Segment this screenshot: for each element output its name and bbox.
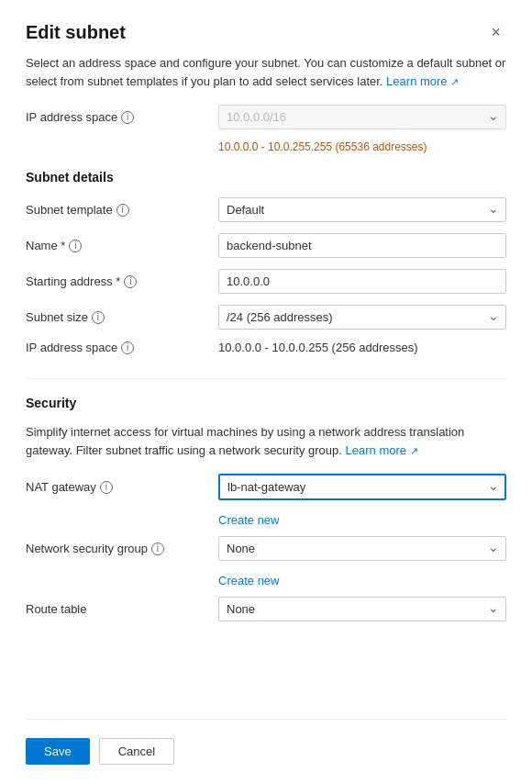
ip-address-space-result-label: IP address space i	[26, 341, 218, 354]
network-security-group-create-new-link[interactable]: Create new	[218, 574, 506, 587]
starting-address-input[interactable]	[218, 269, 506, 294]
route-table-select[interactable]: None	[218, 597, 506, 621]
route-table-select-wrapper: None	[218, 597, 506, 621]
nat-gateway-row: NAT gateway i lb-nat-gateway	[26, 474, 506, 500]
subnet-template-label: Subnet template i	[26, 203, 218, 217]
nat-gateway-create-new-link[interactable]: Create new	[218, 513, 506, 527]
name-info-icon[interactable]: i	[69, 240, 82, 252]
subnet-size-row: Subnet size i /24 (256 addresses)	[26, 305, 506, 330]
ip-address-space-hint: 10.0.0.0 - 10.0.255.255 (65536 addresses…	[218, 140, 506, 153]
network-security-group-label: Network security group i	[26, 542, 218, 555]
route-table-label: Route table	[26, 602, 218, 616]
security-learn-more-link[interactable]: Learn more ↗	[346, 443, 418, 457]
subnet-size-label: Subnet size i	[26, 310, 218, 324]
subnet-template-row: Subnet template i Default	[26, 197, 506, 222]
network-security-group-row: Network security group i None	[26, 536, 506, 561]
external-link-icon: ↗	[450, 76, 459, 87]
close-button[interactable]: ×	[485, 22, 506, 42]
panel-footer: Save Cancel	[26, 719, 506, 765]
security-title: Security	[26, 396, 506, 410]
subnet-size-select[interactable]: /24 (256 addresses)	[218, 305, 506, 330]
network-security-group-select[interactable]: None	[218, 536, 506, 561]
ip-address-space-select-wrapper: 10.0.0.0/16	[218, 105, 506, 129]
save-button[interactable]: Save	[26, 738, 90, 765]
route-table-control: None	[218, 597, 506, 621]
subnet-template-select-wrapper: Default	[218, 197, 506, 222]
learn-more-link[interactable]: Learn more ↗	[386, 74, 459, 88]
ip-address-space-select[interactable]: 10.0.0.0/16	[218, 105, 506, 129]
network-security-group-info-icon[interactable]: i	[151, 543, 164, 555]
subnet-template-info-icon[interactable]: i	[116, 204, 129, 217]
ip-address-space-result-value: 10.0.0.0 - 10.0.0.255 (256 addresses)	[218, 341, 506, 354]
network-security-group-select-wrapper: None	[218, 536, 506, 561]
ip-address-space-control: 10.0.0.0/16	[218, 105, 506, 129]
network-security-group-control: None	[218, 536, 506, 561]
ip-address-space-label: IP address space i	[26, 110, 218, 124]
name-row: Name * i	[26, 233, 506, 258]
nat-gateway-info-icon[interactable]: i	[100, 481, 113, 494]
panel-header: Edit subnet ×	[26, 22, 506, 43]
ip-address-space-result-row: IP address space i 10.0.0.0 - 10.0.0.255…	[26, 341, 506, 354]
nat-gateway-select-wrapper: lb-nat-gateway	[218, 474, 506, 500]
ip-address-space-row: IP address space i 10.0.0.0/16	[26, 105, 506, 129]
route-table-row: Route table None	[26, 597, 506, 621]
nat-gateway-select[interactable]: lb-nat-gateway	[218, 474, 506, 500]
edit-subnet-panel: Edit subnet × Select an address space an…	[0, 0, 532, 783]
starting-address-label: Starting address * i	[26, 274, 218, 288]
nat-gateway-label: NAT gateway i	[26, 480, 218, 494]
subnet-size-control: /24 (256 addresses)	[218, 305, 506, 330]
subnet-template-control: Default	[218, 197, 506, 222]
subnet-details-title: Subnet details	[26, 170, 506, 185]
ip-address-space-info-icon[interactable]: i	[121, 111, 134, 124]
name-label: Name * i	[26, 239, 218, 252]
subnet-template-select[interactable]: Default	[218, 197, 506, 222]
section-divider	[26, 378, 506, 379]
name-control	[218, 233, 506, 258]
panel-title: Edit subnet	[26, 22, 126, 43]
nat-gateway-control: lb-nat-gateway	[218, 474, 506, 500]
name-input[interactable]	[218, 233, 506, 258]
subnet-size-info-icon[interactable]: i	[92, 311, 105, 324]
security-external-link-icon: ↗	[410, 445, 418, 456]
starting-address-row: Starting address * i	[26, 269, 506, 294]
ip-address-space-result-info-icon[interactable]: i	[121, 341, 134, 354]
security-description: Simplify internet access for virtual mac…	[26, 423, 506, 459]
subnet-size-select-wrapper: /24 (256 addresses)	[218, 305, 506, 330]
cancel-button[interactable]: Cancel	[99, 738, 174, 765]
starting-address-info-icon[interactable]: i	[124, 275, 137, 288]
starting-address-control	[218, 269, 506, 294]
panel-description: Select an address space and configure yo…	[26, 54, 506, 90]
